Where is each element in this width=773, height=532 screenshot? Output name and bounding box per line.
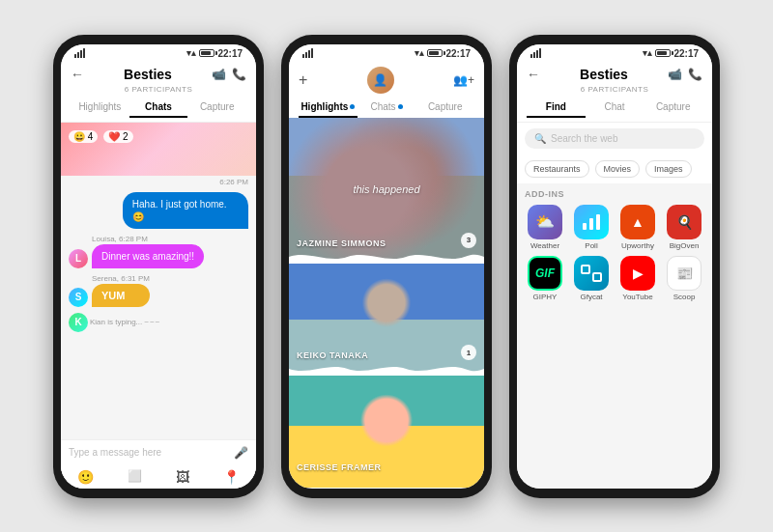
svg-rect-0 [583,223,587,230]
back-button[interactable]: ← [71,67,84,82]
youtube-icon: ▶ [620,256,655,291]
add-ins-label: ADD-INS [525,189,704,199]
signal-icon-3 [530,48,541,58]
my-message-bubble: Haha. I just got home. 😊 [123,192,248,229]
louisa-sender: Louisa, 6:28 PM [92,235,204,243]
svg-rect-4 [593,273,601,281]
video-button-3[interactable]: 📹 [668,68,682,81]
chat-body: 😀 4 ❤️ 2 6:26 PM Haha. I just got home. … [61,123,256,489]
add-in-scoop[interactable]: 📰 Scoop [664,256,704,301]
add-in-weather[interactable]: ⛅ Weather [525,205,565,250]
add-in-gfycat[interactable]: Gfycat [571,256,612,301]
phone-3: ▾▴ 22:17 ← Besties 📹 📞 6 PARTICIPANTS Fi… [509,35,720,498]
video-button[interactable]: 📹 [212,68,226,81]
mic-icon[interactable]: 🎤 [234,446,248,460]
tab-chats-2[interactable]: Chats [358,98,416,118]
add-in-bigoven[interactable]: 🍳 BigOven [664,205,704,250]
svg-rect-3 [582,266,589,273]
add-in-youtube[interactable]: ▶ YouTube [617,256,658,301]
location-icon[interactable]: 📍 [223,469,240,485]
search-container: 🔍 Search the web [517,123,712,154]
add-in-upworthy[interactable]: ▲ Upworthy [617,205,658,250]
tab-highlights-2[interactable]: Highlights [299,98,358,118]
participants-label-3: 6 PARTICIPANTS [527,85,702,94]
chat-input[interactable]: Type a message here [69,447,230,458]
tab-capture-2[interactable]: Capture [415,98,474,118]
status-bar-1: ▾▴ 22:17 [61,44,256,61]
chat-messages: Haha. I just got home. 😊 L Louisa, 6:28 … [61,188,256,439]
giphy-label: GIPHY [533,293,558,301]
giphy-icon: GIF [528,256,562,291]
emoji-4[interactable]: 😀 4 [69,130,98,143]
search-bar[interactable]: 🔍 Search the web [525,128,704,149]
kian-typing: K Kian is typing... ~~~ [69,313,248,332]
tab-capture-3[interactable]: Capture [644,98,702,118]
svg-rect-2 [596,214,600,230]
participants-label: 6 PARTICIPANTS [71,85,246,94]
highlight-section-3[interactable]: CERISSE FRAMER [289,376,484,488]
highlight-section-1[interactable]: this happened JAZMINE SIMMONS 3 [289,118,484,264]
chat-nav-tabs: Highlights Chats Capture [71,98,246,118]
weather-icon: ⛅ [528,205,562,239]
sticker-icon[interactable]: ⬜ [128,469,142,485]
signal-icon [74,48,85,58]
highlights-header: + 👤 👥+ Highlights Chats Capture [289,61,484,118]
emoji-picker-icon[interactable]: 🙂 [77,469,94,485]
tab-find[interactable]: Find [527,98,586,118]
louisa-avatar: L [69,249,88,268]
chat-image-preview: 😀 4 ❤️ 2 [61,123,256,176]
poll-label: Poll [585,241,597,250]
chip-movies[interactable]: Movies [595,160,641,178]
upworthy-icon: ▲ [620,205,655,239]
tab-chat-3[interactable]: Chat [586,98,644,118]
chat-title: Besties [84,67,212,82]
emoji-heart[interactable]: ❤️ 2 [103,130,132,143]
poll-icon [574,205,609,239]
battery-icon [199,49,215,57]
signal-icon-2 [302,48,313,58]
tab-chats[interactable]: Chats [129,98,188,118]
call-button[interactable]: 📞 [232,68,246,81]
scoop-icon: 📰 [667,256,701,291]
serena-bubble: YUM [92,284,150,307]
louisa-bubble: Dinner was amazing!! [92,244,204,268]
keiko-count: 1 [461,345,476,360]
phone-2: ▾▴ 22:17 + 👤 👥+ Highlights Chats [281,35,492,498]
highlights-nav-tabs: Highlights Chats Capture [299,98,474,118]
wifi-icon-2: ▾▴ [415,48,424,58]
serena-sender: Serena, 6:31 PM [92,274,150,283]
chat-title-3: Besties [540,67,668,82]
add-ins-section: ADD-INS ⛅ Weather Poll ▲ [517,183,712,307]
add-in-poll[interactable]: Poll [571,205,612,250]
add-people-icon[interactable]: 👥+ [453,73,474,87]
status-bar-2: ▾▴ 22:17 [289,44,484,61]
highlight-section-2[interactable]: KEIKO TANAKA 1 [289,264,484,376]
serena-avatar: S [69,288,88,307]
call-button-3[interactable]: 📞 [688,68,702,81]
find-nav-tabs: Find Chat Capture [527,98,702,118]
chip-restaurants[interactable]: Restaurants [525,160,589,178]
cerisse-label: CERISSE FRAMER [297,462,382,472]
tab-highlights[interactable]: Highlights [71,98,129,118]
my-message: Haha. I just got home. 😊 [123,192,248,229]
youtube-label: YouTube [622,293,652,301]
add-in-giphy[interactable]: GIF GIPHY [525,256,565,301]
search-placeholder[interactable]: Search the web [551,133,618,144]
back-button-3[interactable]: ← [527,67,540,82]
kian-avatar: K [69,313,88,332]
find-body: 🔍 Search the web Restaurants Movies Imag… [517,123,712,489]
status-icons-3: ▾▴ 22:17 [643,48,699,59]
typing-text: Kian is typing... [90,318,142,326]
emoji-reactions: 😀 4 ❤️ 2 [69,130,133,143]
tab-capture[interactable]: Capture [187,98,246,118]
typing-dots: ~~~ [144,318,160,326]
app-header-3: ← Besties 📹 📞 6 PARTICIPANTS Find Chat C… [517,61,712,123]
plus-button[interactable]: + [299,71,307,89]
bigoven-icon: 🍳 [667,205,701,239]
chip-images[interactable]: Images [645,160,692,178]
phone-2-screen: ▾▴ 22:17 + 👤 👥+ Highlights Chats [289,44,484,489]
app-header-1: ← Besties 📹 📞 6 PARTICIPANTS Highlights … [61,61,256,123]
image-attach-icon[interactable]: 🖼 [176,469,189,485]
keiko-label: KEIKO TANAKA [297,350,368,360]
chat-input-bar[interactable]: Type a message here 🎤 [61,439,256,465]
